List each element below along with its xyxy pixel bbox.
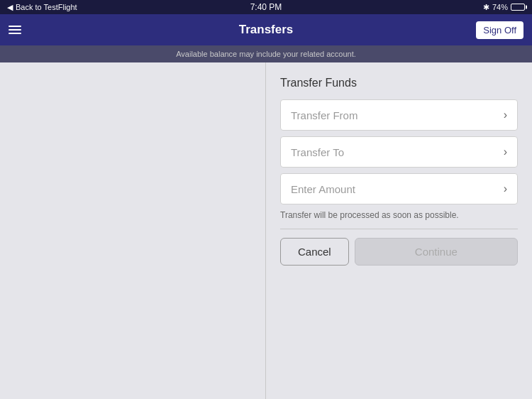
enter-amount-chevron-icon: ›	[504, 182, 507, 195]
info-banner: Available balance may include your relat…	[0, 45, 532, 62]
sign-off-button[interactable]: Sign Off	[476, 21, 523, 39]
continue-button[interactable]: Continue	[355, 238, 518, 266]
transfer-to-field[interactable]: Transfer To ›	[280, 136, 518, 168]
page-title: Transfers	[239, 23, 294, 37]
left-panel	[0, 62, 266, 399]
transfer-from-field[interactable]: Transfer From ›	[280, 99, 518, 131]
battery-icon	[511, 4, 525, 11]
back-label: Back to TestFlight	[16, 3, 77, 11]
cancel-button[interactable]: Cancel	[280, 238, 349, 266]
nav-bar: Transfers Sign Off	[0, 14, 532, 45]
processing-info-text: Transfer will be processed as soon as po…	[280, 210, 518, 220]
enter-amount-field[interactable]: Enter Amount ›	[280, 173, 518, 204]
status-right: ✱ 74%	[483, 3, 525, 12]
button-row: Cancel Continue	[280, 238, 518, 266]
nav-left	[9, 26, 21, 34]
transfer-to-label: Transfer To	[291, 146, 344, 158]
divider	[280, 229, 518, 229]
battery-percentage: 74%	[492, 3, 508, 11]
status-bar: ◀ Back to TestFlight 7:40 PM ✱ 74%	[0, 0, 532, 14]
transfer-from-chevron-icon: ›	[504, 109, 507, 121]
back-to-testflight[interactable]: ◀ Back to TestFlight	[7, 3, 77, 12]
transfer-from-label: Transfer From	[291, 109, 358, 121]
back-arrow-icon: ◀	[7, 3, 13, 12]
content-area: Transfer Funds Transfer From › Transfer …	[0, 62, 532, 399]
bluetooth-icon: ✱	[483, 3, 489, 12]
right-panel: Transfer Funds Transfer From › Transfer …	[266, 62, 532, 399]
enter-amount-label: Enter Amount	[291, 183, 355, 195]
transfer-to-chevron-icon: ›	[504, 146, 507, 158]
status-time: 7:40 PM	[250, 2, 282, 12]
section-title: Transfer Funds	[280, 77, 518, 89]
info-banner-text: Available balance may include your relat…	[176, 50, 356, 58]
hamburger-menu-icon[interactable]	[9, 26, 21, 34]
